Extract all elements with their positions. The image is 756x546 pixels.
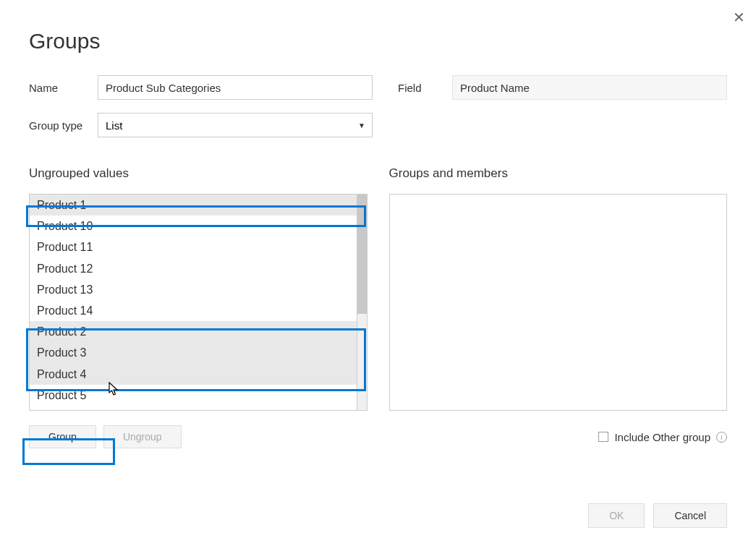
action-buttons: Group Ungroup (29, 425, 182, 448)
group-type-select-wrap[interactable]: ▼ (98, 113, 373, 137)
info-icon[interactable]: i (716, 432, 727, 443)
action-row: Group Ungroup Include Other group i (29, 425, 727, 448)
name-label: Name (29, 82, 83, 94)
group-type-label: Group type (29, 119, 83, 132)
list-item[interactable]: Product 1 (30, 195, 357, 216)
cancel-button[interactable]: Cancel (653, 503, 727, 528)
ungrouped-label: Ungrouped values (29, 166, 368, 181)
footer-buttons: OK Cancel (588, 503, 727, 528)
group-button[interactable]: Group (29, 425, 96, 448)
list-item[interactable]: Product 4 (30, 364, 357, 385)
name-group: Name (29, 75, 373, 100)
groups-listbox[interactable] (389, 194, 728, 411)
field-group: Field (398, 75, 727, 100)
include-other-checkbox[interactable] (598, 432, 608, 442)
group-type-group: Group type ▼ (29, 113, 373, 137)
close-icon[interactable]: ✕ (733, 9, 745, 26)
groups-members-label: Groups and members (389, 166, 728, 181)
list-item[interactable]: Product 5 (30, 385, 357, 406)
scrollbar-thumb[interactable] (357, 195, 367, 314)
list-item[interactable]: Product 13 (30, 279, 357, 300)
groups-column: Groups and members (389, 166, 728, 411)
ungrouped-listbox[interactable]: Product 1Product 10Product 11Product 12P… (29, 194, 357, 411)
list-item[interactable]: Product 12 (30, 258, 357, 279)
list-item[interactable]: Product 11 (30, 236, 357, 257)
name-input[interactable] (98, 75, 373, 100)
list-item[interactable]: Product 2 (30, 321, 357, 342)
list-item[interactable]: Product 3 (30, 342, 357, 363)
ungroup-button: Ungroup (103, 425, 182, 448)
list-item[interactable]: Product 6 (30, 406, 357, 411)
scrollbar-track[interactable] (357, 194, 368, 411)
field-input (452, 75, 727, 100)
include-other-label: Include Other group (614, 431, 710, 443)
ungrouped-column: Ungrouped values Product 1Product 10Prod… (29, 166, 368, 411)
dialog-title: Groups (29, 29, 727, 54)
list-item[interactable]: Product 10 (30, 216, 357, 236)
group-type-select[interactable] (98, 113, 373, 137)
include-other-group: Include Other group i (598, 431, 727, 443)
form-row-name-field: Name Field (29, 75, 727, 100)
ok-button: OK (588, 503, 645, 528)
form-row-group-type: Group type ▼ (29, 113, 727, 137)
list-item[interactable]: Product 14 (30, 300, 357, 321)
field-label: Field (398, 82, 438, 94)
two-column-area: Ungrouped values Product 1Product 10Prod… (29, 166, 727, 411)
